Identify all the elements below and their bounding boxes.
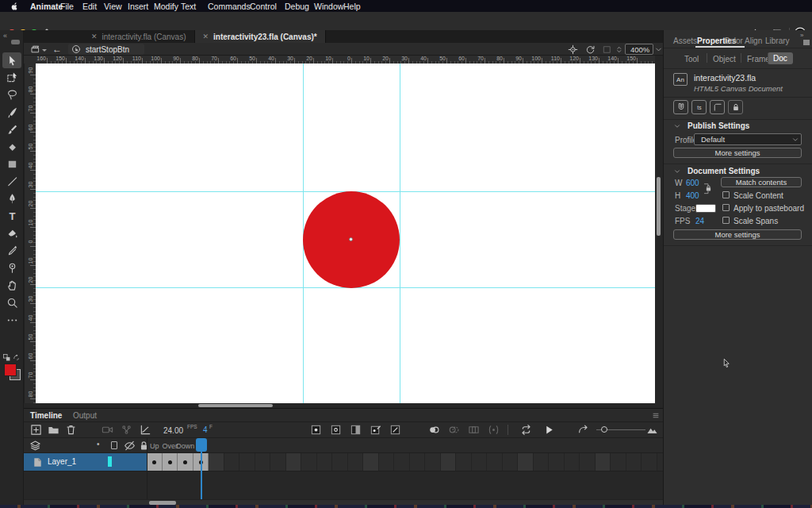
frame-cell-14[interactable] [348,453,364,471]
playhead-head[interactable] [196,438,207,452]
frame-cell-3[interactable] [178,453,193,471]
scene-dropdown-icon[interactable] [42,49,47,52]
fluid-brush-tool[interactable] [2,104,21,120]
stage-color-swatch[interactable] [695,204,716,213]
edit-multiple-frames-icon[interactable] [468,424,480,436]
center-frame-icon[interactable] [577,424,589,436]
subtab-tool[interactable]: Tool [684,55,699,64]
wh-link-icon[interactable] [703,179,714,197]
document-tab-2[interactable]: ✕interactivity23.fla (Canvas)* [195,30,326,43]
layer-color-swatch[interactable] [108,456,112,467]
publish-collapse-icon[interactable] [674,123,680,129]
default-colors-icon[interactable] [3,354,10,361]
frame-cell-18[interactable] [410,453,426,471]
new-folder-icon[interactable] [48,424,59,436]
hand-tool[interactable] [2,277,21,293]
frame-cell-21[interactable] [456,453,472,471]
insert-keyframe-icon[interactable] [310,424,322,436]
menu-item-window[interactable]: Window [314,2,343,11]
guide-vertical-right[interactable] [400,64,400,403]
frame-cell-15[interactable] [363,453,379,471]
apple-icon[interactable] [10,2,19,10]
profile-select[interactable]: Default [694,133,802,145]
delete-icon[interactable] [65,424,77,436]
zoom-stepper-icon[interactable] [615,44,622,55]
zoom-tool[interactable] [2,294,21,310]
current-frame[interactable]: 4 [203,425,208,434]
frame-cell-2[interactable] [163,453,178,471]
horizontal-scrollbar[interactable] [198,404,273,407]
frame-cell-20[interactable] [441,453,457,471]
layer-name[interactable]: Layer_1 [48,457,76,466]
menu-item-text[interactable]: Text [181,2,196,11]
frame-cell-23[interactable] [487,453,503,471]
menu-item-edit[interactable]: Edit [82,2,97,11]
menu-item-control[interactable]: Control [250,2,277,11]
lasso-tool[interactable] [2,87,21,103]
symbol-crumb[interactable]: startStopBtn [68,44,144,55]
frame-cell-10[interactable] [286,453,302,471]
frame-cell-1[interactable] [147,453,163,471]
publish-more-settings-button[interactable]: More settings [673,148,802,158]
frame-cell-6[interactable] [224,453,240,471]
onion-range-icon[interactable] [488,424,500,436]
frame-cell-19[interactable] [425,453,441,471]
stage-canvas[interactable] [36,64,655,403]
vertical-scrollbar[interactable] [657,177,661,236]
back-icon[interactable]: ← [52,44,62,55]
frame-cell-29[interactable] [580,453,596,471]
subtab-doc[interactable]: Doc [768,52,793,64]
menu-item-file[interactable]: File [60,2,74,11]
clip-content-icon[interactable] [603,45,611,54]
new-layer-icon[interactable] [30,424,42,436]
graph-icon[interactable] [140,424,151,436]
insert-frame-icon[interactable] [350,424,362,436]
frame-cell-8[interactable] [255,453,271,471]
outline-column-icon[interactable] [111,441,117,449]
menu-item-debug[interactable]: Debug [285,2,309,11]
timeline-fps[interactable]: 24.00 [163,425,183,435]
subtab-frame[interactable]: Frame [747,55,770,64]
panel-tab-color[interactable]: Color [724,37,743,45]
insert-blank-keyframe-icon[interactable] [330,424,342,436]
frame-cell-31[interactable] [611,453,626,471]
menu-item-insert[interactable]: Insert [128,2,148,11]
layers-icon[interactable] [29,440,41,452]
frame-cell-28[interactable] [565,453,580,471]
docset-collapse-icon[interactable] [674,168,680,175]
menu-item-animate[interactable]: Animate [30,2,63,11]
frame-cell-22[interactable] [472,453,488,471]
frame-cell-5[interactable] [209,453,224,471]
text-tool[interactable]: T [2,208,21,224]
loop-icon[interactable] [520,424,532,436]
frame-cell-33[interactable] [642,453,657,471]
rectangle-tool[interactable] [2,156,21,172]
frame-cell-26[interactable] [534,453,550,471]
frame-cell-27[interactable] [549,453,565,471]
menu-item-commands[interactable]: Commands [208,2,251,11]
publish-settings-header[interactable]: Publish Settings [688,121,749,130]
frame-cell-12[interactable] [317,453,333,471]
frame-cell-11[interactable] [301,453,317,471]
close-tab-icon[interactable]: ✕ [203,33,209,40]
panel-tab-library[interactable]: Library [765,37,790,45]
eraser-tool[interactable] [2,139,21,155]
snap-align-icon[interactable]: ts [691,100,707,114]
frame-cell-16[interactable] [379,453,395,471]
snap-magnet-icon[interactable] [673,100,688,114]
height-value[interactable]: 400 [686,191,699,200]
timeline-menu-icon[interactable] [652,412,660,419]
parenting-icon[interactable] [121,424,132,436]
frame-cell-7[interactable] [239,453,255,471]
rotate-view-icon[interactable] [585,44,596,55]
onion-skin-icon[interactable] [428,424,440,436]
scene-icon[interactable] [30,44,40,54]
play-icon[interactable] [543,424,555,436]
panel-expand-icon[interactable]: » [800,32,803,39]
tab-timeline[interactable]: Timeline [30,411,62,420]
pen-tool[interactable] [2,190,21,206]
playhead-line[interactable] [201,452,202,499]
layer-row[interactable]: Layer_1 [24,453,147,471]
onion-outline-icon[interactable] [448,424,460,436]
match-contents-button[interactable]: Match contents [721,177,802,187]
